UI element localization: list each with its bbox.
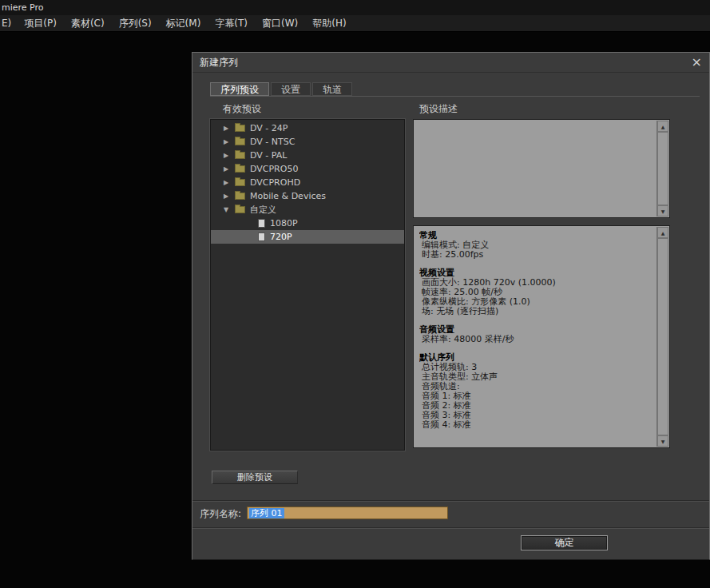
chevron-right-icon[interactable]: ▶ [224, 179, 235, 186]
folder-icon [235, 165, 245, 173]
folder-icon [235, 179, 245, 186]
sequence-name-input[interactable]: 序列 01 [247, 507, 448, 519]
tree-item-label: 1080P [270, 218, 298, 228]
description-section: 默认序列总计视频轨: 3主音轨类型: 立体声音频轨道:音频 1: 标准音频 2:… [419, 353, 653, 430]
tree-item[interactable]: ▶Mobile & Devices [211, 189, 404, 203]
window-title: miere Pro [2, 2, 44, 13]
tab-tracks[interactable]: 轨道 [312, 82, 352, 96]
delete-preset-button[interactable]: 删除预设 [212, 471, 298, 484]
folder-icon [235, 152, 245, 159]
description-line: 采样率: 48000 采样/秒 [419, 335, 653, 344]
menu-item[interactable]: 窗口(W) [255, 15, 305, 31]
preset-description-label: 预设描述 [419, 102, 458, 116]
menu-bar: E)项目(P)素材(C)序列(S)标记(M)字幕(T)窗口(W)帮助(H) [0, 15, 710, 32]
divider [192, 527, 709, 529]
tree-item[interactable]: ▶DV - NTSC [211, 135, 404, 149]
dialog-titlebar[interactable]: 新建序列 × [192, 53, 709, 73]
tab-sequence-presets[interactable]: 序列预设 [210, 82, 269, 96]
preset-comment-box: ▲ ▼ [413, 119, 670, 218]
folder-icon [235, 125, 245, 132]
tree-item-label: DV - NTSC [250, 137, 295, 147]
menu-item[interactable]: 标记(M) [159, 15, 208, 31]
tree-item[interactable]: 720P [211, 230, 404, 244]
tree-item-label: DVCPRO50 [250, 164, 298, 174]
tree-item-label: 720P [270, 232, 292, 242]
close-icon[interactable]: × [692, 56, 702, 69]
preset-description-text: 常规编辑模式: 自定义时基: 25.00fps视频设置画面大小: 1280h 7… [419, 231, 653, 444]
tree-item-label: 自定义 [250, 204, 276, 216]
available-presets-label: 有效预设 [223, 102, 261, 116]
tree-item-label: DV - PAL [250, 150, 287, 161]
tree-item-label: DV - 24P [250, 123, 288, 133]
scroll-down-icon[interactable]: ▼ [657, 435, 668, 447]
folder-icon [235, 193, 245, 200]
menu-item[interactable]: 项目(P) [17, 15, 64, 31]
tree-item[interactable]: ▼自定义 [211, 203, 404, 217]
description-section: 视频设置画面大小: 1280h 720v (1.0000)帧速率: 25.00 … [419, 268, 653, 316]
tree-item[interactable]: 1080P [211, 217, 404, 230]
window-titlebar: miere Pro [0, 0, 710, 15]
description-line: 时基: 25.00fps [419, 250, 653, 260]
description-line: 场: 无场 (逐行扫描) [419, 307, 653, 316]
description-section: 常规编辑模式: 自定义时基: 25.00fps [419, 231, 653, 260]
menu-item[interactable]: 素材(C) [64, 15, 112, 31]
scrollbar-thumb[interactable] [657, 238, 668, 435]
chevron-right-icon[interactable]: ▶ [224, 165, 235, 173]
tree-item[interactable]: ▶DVCPRO50 [211, 162, 404, 176]
dialog-title: 新建序列 [200, 56, 238, 70]
sequence-name-label: 序列名称: [200, 507, 241, 521]
scroll-down-icon[interactable]: ▼ [657, 205, 668, 217]
chevron-right-icon[interactable]: ▶ [224, 193, 235, 200]
folder-icon [235, 206, 245, 213]
menu-item[interactable]: 序列(S) [112, 15, 159, 31]
scrollbar-thumb[interactable] [657, 132, 668, 205]
description-section: 音频设置采样率: 48000 采样/秒 [419, 325, 653, 344]
folder-icon [235, 138, 245, 145]
preset-file-icon [258, 219, 265, 228]
ok-button[interactable]: 确定 [521, 535, 608, 550]
menu-item[interactable]: 字幕(T) [208, 15, 255, 31]
tree-item-label: Mobile & Devices [250, 191, 326, 201]
new-sequence-dialog: 新建序列 × 序列预设设置轨道 有效预设 ▶DV - 24P▶DV - NTSC… [192, 52, 710, 560]
chevron-down-icon[interactable]: ▼ [224, 206, 235, 213]
scrollbar[interactable]: ▲ ▼ [656, 121, 668, 217]
chevron-right-icon[interactable]: ▶ [224, 138, 235, 145]
tab-settings[interactable]: 设置 [271, 82, 311, 96]
tree-item[interactable]: ▶DV - PAL [211, 149, 404, 162]
tree-item-label: DVCPROHD [250, 177, 300, 188]
chevron-right-icon[interactable]: ▶ [224, 152, 235, 159]
dialog-tabs: 序列预设设置轨道 [210, 82, 700, 97]
preset-tree: ▶DV - 24P▶DV - NTSC▶DV - PAL▶DVCPRO50▶DV… [210, 119, 405, 451]
menu-item[interactable]: E) [0, 15, 17, 31]
sequence-name-value: 序列 01 [249, 508, 284, 518]
tree-item[interactable]: ▶DV - 24P [211, 121, 404, 135]
menu-item[interactable]: 帮助(H) [305, 15, 353, 31]
preset-description-box: 常规编辑模式: 自定义时基: 25.00fps视频设置画面大小: 1280h 7… [413, 225, 670, 448]
scroll-up-icon[interactable]: ▲ [657, 227, 668, 238]
description-line: 音频 4: 标准 [419, 420, 653, 430]
chevron-right-icon[interactable]: ▶ [224, 125, 235, 132]
screen: miere Pro E)项目(P)素材(C)序列(S)标记(M)字幕(T)窗口(… [0, 0, 710, 588]
scroll-up-icon[interactable]: ▲ [657, 121, 668, 132]
scrollbar[interactable]: ▲ ▼ [656, 227, 668, 447]
preset-file-icon [258, 232, 265, 241]
divider [192, 500, 709, 502]
tree-item[interactable]: ▶DVCPROHD [211, 176, 404, 189]
